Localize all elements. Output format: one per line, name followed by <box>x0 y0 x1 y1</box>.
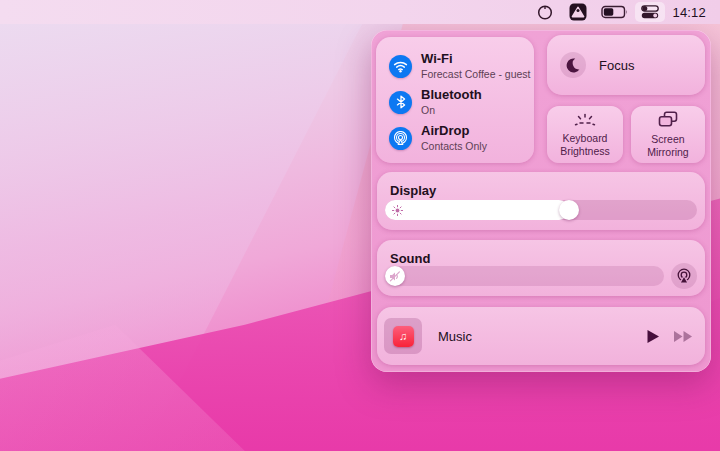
menu-bar: 14:12 <box>0 0 720 24</box>
display-card: Display <box>377 172 705 230</box>
bluetooth-title: Bluetooth <box>421 88 482 103</box>
display-label: Display <box>390 183 436 198</box>
display-slider-fill <box>385 200 569 220</box>
speaker-muted-icon <box>389 271 401 282</box>
battery-icon[interactable] <box>601 5 629 19</box>
play-button[interactable] <box>646 329 660 344</box>
airplay-audio-icon <box>676 268 692 284</box>
bluetooth-row[interactable]: Bluetooth On <box>389 85 534 119</box>
music-artwork: ♫ <box>384 318 422 354</box>
display-slider-knob[interactable] <box>559 200 579 220</box>
wifi-title: Wi-Fi <box>421 52 531 67</box>
music-app-icon: ♫ <box>393 326 414 347</box>
music-card[interactable]: ♫ Music <box>377 307 705 365</box>
keyboard-brightness-tile[interactable]: Keyboard Brightness <box>547 106 623 163</box>
control-center-panel: Wi-Fi Forecast Coffee - guest Bluetooth … <box>371 30 711 372</box>
airdrop-subtitle: Contacts Only <box>421 140 487 152</box>
brightness-sun-icon <box>392 205 403 216</box>
focus-label: Focus <box>599 58 634 73</box>
desktop-screen: 14:12 Wi-Fi Forecast Coffee - guest <box>0 0 720 451</box>
wifi-row[interactable]: Wi-Fi Forecast Coffee - guest <box>389 49 534 83</box>
airdrop-icon[interactable] <box>389 127 412 150</box>
focus-card[interactable]: Focus <box>547 35 705 95</box>
airdrop-row[interactable]: AirDrop Contacts Only <box>389 121 534 155</box>
sound-label: Sound <box>390 251 430 266</box>
connectivity-card: Wi-Fi Forecast Coffee - guest Bluetooth … <box>376 37 534 163</box>
screen-mirroring-label: Screen Mirroring <box>647 133 688 159</box>
control-center-icon[interactable] <box>635 2 665 22</box>
triangle-app-icon[interactable] <box>569 3 587 21</box>
screen-mirroring-icon <box>658 111 678 128</box>
fast-forward-button[interactable] <box>673 330 693 343</box>
airdrop-title: AirDrop <box>421 124 487 139</box>
keyboard-brightness-label: Keyboard Brightness <box>560 132 610 158</box>
wifi-icon[interactable] <box>389 55 412 78</box>
bluetooth-subtitle: On <box>421 104 482 116</box>
sound-volume-slider[interactable] <box>385 266 664 286</box>
airplay-audio-button[interactable] <box>671 263 697 289</box>
sound-card: Sound <box>377 240 705 296</box>
display-brightness-slider[interactable] <box>385 200 697 220</box>
wifi-subtitle: Forecast Coffee - guest <box>421 68 531 80</box>
keyboard-brightness-icon <box>572 112 598 127</box>
sound-slider-knob[interactable] <box>385 266 405 286</box>
music-title: Music <box>438 329 472 344</box>
moon-icon[interactable] <box>560 52 586 78</box>
circle-status-icon[interactable] <box>537 4 553 20</box>
menu-bar-clock[interactable]: 14:12 <box>672 5 706 20</box>
bluetooth-icon[interactable] <box>389 91 412 114</box>
screen-mirroring-tile[interactable]: Screen Mirroring <box>631 106 705 163</box>
